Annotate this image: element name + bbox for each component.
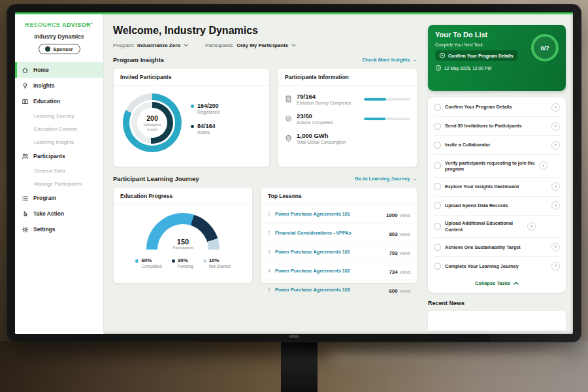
task-item[interactable]: Verify participants requesting to join t… <box>434 155 560 178</box>
task-checkbox[interactable] <box>434 162 441 169</box>
sidebar-item-general-data[interactable]: General Data <box>15 164 103 177</box>
task-item[interactable]: Invite a Collaborator › <box>434 136 560 155</box>
sidebar-item-learning-insights[interactable]: Learning Insights <box>15 135 103 148</box>
org-name: Industry Dynamics <box>15 33 103 40</box>
check-more-insights-link[interactable]: Check More Insights → <box>362 57 417 63</box>
legend-value: 84/164 <box>197 123 216 129</box>
sponsor-badge[interactable]: Sponsor <box>39 44 80 54</box>
sidebar-item-program[interactable]: Program <box>15 190 103 206</box>
chevron-right-icon[interactable]: › <box>527 222 536 231</box>
lesson-link[interactable]: Power Purchase Agreements 102 <box>275 268 389 274</box>
lesson-link[interactable]: Power Purchase Agreements 103 <box>275 287 389 293</box>
task-checkbox[interactable] <box>434 223 441 230</box>
people-icon <box>22 153 29 160</box>
task-item[interactable]: Upload Spend Data Records › <box>434 197 560 216</box>
chevron-right-icon[interactable]: › <box>551 103 560 112</box>
sidebar-item-label: Take Action <box>33 210 64 217</box>
participants-dropdown[interactable]: Participants: Only My Participants <box>205 42 296 48</box>
go-to-learning-journey-link[interactable]: Go to Learning Journey → <box>355 176 417 182</box>
progress-fill <box>364 98 386 101</box>
task-label: Upload Spend Data Records <box>445 203 547 208</box>
task-checkbox[interactable] <box>434 104 441 111</box>
lesson-row: 3 Power Purchase Agreements 101 793views <box>261 242 417 261</box>
chevron-right-icon[interactable]: › <box>539 161 547 170</box>
gauge-center-value: 150 <box>146 238 220 246</box>
chevron-right-icon[interactable]: › <box>551 243 560 252</box>
task-checkbox[interactable] <box>434 142 441 149</box>
task-label: Invite a Collaborator <box>445 142 547 148</box>
task-label: Upload Additional Educational Content <box>445 220 523 233</box>
sidebar-item-label: Settings <box>33 226 56 233</box>
sidebar-item-label: Education Content <box>34 126 77 132</box>
sidebar-item-label: Participants <box>33 153 65 159</box>
task-item[interactable]: Achieve One Sustainability Target › <box>434 238 560 257</box>
todo-progress-ring: 0/7 <box>531 34 559 61</box>
section-title-learning-journey: Participant Learning Journey <box>113 175 199 182</box>
sidebar-item-take-action[interactable]: Take Action <box>15 206 103 221</box>
task-checkbox[interactable] <box>434 202 441 209</box>
lesson-views: 600 <box>389 288 397 294</box>
lesson-rank: 1 <box>268 212 275 216</box>
card-title: Top Lessons <box>261 188 417 204</box>
gauge-center-label: Participants <box>146 246 220 250</box>
chevron-right-icon[interactable]: › <box>551 262 560 270</box>
sidebar-item-settings[interactable]: Settings <box>15 221 103 237</box>
lesson-row: 5 Power Purchase Agreements 103 600views <box>261 280 417 299</box>
lesson-views: 803 <box>389 231 397 237</box>
donut-center-label: Participants Invited <box>139 123 165 131</box>
lesson-link[interactable]: Financial Considerations - VPPAs <box>275 230 389 236</box>
lesson-link[interactable]: Power Purchase Agreements 101 <box>275 249 389 255</box>
sidebar-item-insights[interactable]: Insights <box>15 78 103 93</box>
sidebar-item-participants[interactable]: Participants <box>15 148 103 164</box>
card-title: Participants Information <box>278 69 417 86</box>
legend-label: Active <box>197 130 216 135</box>
lesson-link[interactable]: Power Purchase Agreements 101 <box>275 211 386 217</box>
legend-label: Completed <box>141 264 161 269</box>
task-item[interactable]: Send 50 Invitations to Participants › <box>434 117 560 136</box>
task-item[interactable]: Upload Additional Educational Content › <box>434 216 560 238</box>
sidebar-item-learning-journey[interactable]: Learning Journey <box>15 109 103 122</box>
task-item[interactable]: Confirm Your Program Details › <box>434 98 560 117</box>
legend-dot-pending <box>172 259 175 263</box>
logo-text-advisor: ADVISOR <box>62 22 91 28</box>
task-checkbox[interactable] <box>434 123 441 130</box>
chevron-right-icon[interactable]: › <box>551 122 560 131</box>
invited-donut-chart: 200 Participants Invited <box>123 93 182 152</box>
filter-bar: Program: Industrialize Zero Participants… <box>113 42 417 48</box>
legend-dot-completed <box>135 259 139 263</box>
sidebar-item-education-content[interactable]: Education Content <box>15 122 103 135</box>
collapse-tasks-link[interactable]: Collapse Tasks <box>434 275 560 292</box>
task-checkbox[interactable] <box>434 263 441 270</box>
legend-item-not-started: 10% Not Started <box>203 257 231 269</box>
next-task-chip[interactable]: Confirm Your Program Details <box>435 50 517 61</box>
due-date: 12 May 2025, 12:00 PM <box>444 66 491 71</box>
chevron-right-icon[interactable]: › <box>551 141 560 150</box>
task-label: Explore Your Insights Dashboard <box>445 184 547 189</box>
task-label: Verify participants requesting to join t… <box>445 160 535 172</box>
lesson-row: 2 Financial Considerations - VPPAs 803vi… <box>261 223 417 242</box>
task-item[interactable]: Complete Your Learning Journey › <box>434 257 560 275</box>
program-dropdown[interactable]: Program: Industrialize Zero <box>113 42 188 48</box>
progress-bar-emission <box>364 98 410 101</box>
sidebar-item-home[interactable]: Home <box>15 62 103 78</box>
task-checkbox[interactable] <box>434 183 441 190</box>
recent-news-card <box>428 311 566 331</box>
chevron-up-icon <box>514 282 519 285</box>
todo-panel: Your To Do List Complete Your Next Task:… <box>427 14 573 334</box>
legend-label: Not Started <box>209 264 231 269</box>
chevron-right-icon[interactable]: › <box>551 182 560 191</box>
task-checkbox[interactable] <box>434 244 441 251</box>
legend-value: 10% <box>209 257 231 263</box>
task-list: Confirm Your Program Details › Send 50 I… <box>428 97 566 293</box>
sidebar-item-education[interactable]: Education <box>15 93 103 109</box>
legend-value: 60% <box>141 257 161 263</box>
task-item[interactable]: Explore Your Insights Dashboard › <box>434 178 560 197</box>
sidebar-item-manage-participants[interactable]: Manage Participants <box>15 177 103 190</box>
lesson-views: 1000 <box>386 212 398 218</box>
screen: RESOURCE ADVISOR+ Industry Dynamics Spon… <box>15 12 573 334</box>
participants-value: Only My Participants <box>237 42 288 48</box>
chevron-right-icon[interactable]: › <box>551 201 560 210</box>
legend-dot-active <box>191 125 194 128</box>
insights-cards-row: Invited Participants 200 Participants In… <box>113 68 417 167</box>
sidebar-item-label: Manage Participants <box>34 181 82 187</box>
